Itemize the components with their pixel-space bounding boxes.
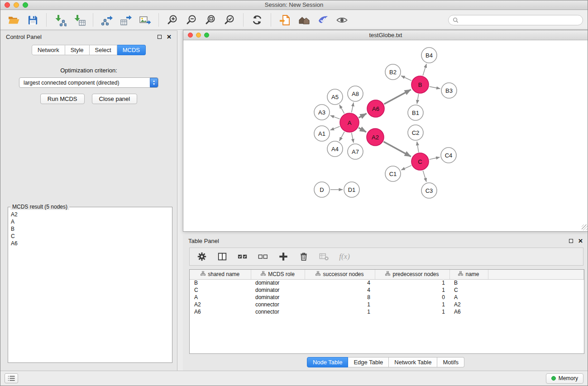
- edge-A-A3[interactable]: [330, 115, 340, 119]
- node-B3[interactable]: B3: [441, 83, 457, 98]
- edge-A-A4[interactable]: [339, 132, 344, 141]
- delete-table-button[interactable]: [318, 251, 330, 262]
- table-settings-button[interactable]: [196, 251, 208, 262]
- node-A8[interactable]: A8: [348, 86, 363, 101]
- zoom-fit-button[interactable]: [202, 12, 219, 28]
- close-table-panel-icon[interactable]: ✕: [578, 238, 583, 244]
- edge-C-C4[interactable]: [430, 157, 440, 159]
- network-zoom-button[interactable]: [204, 33, 209, 38]
- export-table-button[interactable]: [117, 12, 134, 28]
- export-image-button[interactable]: [136, 12, 153, 28]
- zoom-selected-button[interactable]: [221, 12, 238, 28]
- mcds-result-item[interactable]: A6: [11, 240, 169, 247]
- tab-edge-table[interactable]: Edge Table: [348, 357, 389, 367]
- node-C4[interactable]: C4: [441, 148, 456, 163]
- tab-mcds[interactable]: MCDS: [117, 45, 146, 55]
- criterion-dropdown[interactable]: largest connected component (directed) ▲…: [19, 77, 158, 88]
- zoom-in-button[interactable]: [164, 12, 181, 28]
- node-B4[interactable]: B4: [421, 48, 437, 63]
- open-network-file-button[interactable]: [276, 12, 293, 28]
- node-D1[interactable]: D1: [344, 182, 359, 197]
- edge-B-B4[interactable]: [423, 64, 426, 76]
- edge-B-B3[interactable]: [430, 86, 440, 89]
- table-row[interactable]: A2connector11A2: [190, 301, 584, 308]
- network-window-titlebar[interactable]: testGlobe.txt: [183, 30, 588, 40]
- zoom-out-button[interactable]: [183, 12, 200, 28]
- select-all-button[interactable]: [237, 251, 249, 262]
- open-folder-button[interactable]: [5, 12, 22, 28]
- tab-network[interactable]: Network: [32, 45, 65, 55]
- tab-style[interactable]: Style: [65, 45, 90, 55]
- delete-button[interactable]: [298, 251, 310, 262]
- node-B[interactable]: B: [411, 76, 429, 93]
- network-view-window[interactable]: testGlobe.txt B4B2BB3A8A5A6A3B1AC2A1A2A4…: [183, 30, 588, 232]
- edge-A6-B[interactable]: [384, 90, 411, 104]
- column-header-successor-nodes[interactable]: successor nodes: [305, 270, 375, 279]
- mcds-result-item[interactable]: A: [11, 218, 169, 225]
- float-table-panel-icon[interactable]: [569, 239, 573, 243]
- node-C1[interactable]: C1: [385, 166, 401, 181]
- tab-node-table[interactable]: Node Table: [307, 357, 349, 367]
- add-column-button[interactable]: [277, 251, 289, 262]
- tab-select[interactable]: Select: [90, 45, 117, 55]
- node-A4[interactable]: A4: [327, 141, 343, 157]
- tab-motifs[interactable]: Motifs: [437, 357, 464, 367]
- import-network-button[interactable]: [52, 12, 69, 28]
- table-row[interactable]: Bdominator41B: [190, 279, 584, 286]
- close-window-button[interactable]: [5, 2, 10, 8]
- column-header-mcds-role[interactable]: MCDS role: [251, 270, 305, 279]
- edge-A-A5[interactable]: [339, 105, 344, 114]
- refresh-button[interactable]: [249, 12, 266, 28]
- edge-A-A6[interactable]: [359, 114, 366, 118]
- minimize-window-button[interactable]: [14, 2, 19, 8]
- function-builder-button[interactable]: f(x): [339, 251, 350, 262]
- edge-B-B2[interactable]: [401, 76, 411, 81]
- save-button[interactable]: [24, 12, 41, 28]
- node-B2[interactable]: B2: [385, 64, 401, 80]
- search-input[interactable]: [461, 17, 578, 23]
- node-C2[interactable]: C2: [408, 125, 423, 140]
- memory-button[interactable]: Memory: [546, 373, 583, 384]
- resize-handle[interactable]: [582, 224, 588, 230]
- node-A3[interactable]: A3: [314, 105, 330, 120]
- mcds-result-item[interactable]: B: [11, 225, 169, 233]
- show-graphics-button[interactable]: [333, 12, 350, 28]
- edge-A-A8[interactable]: [352, 103, 354, 113]
- mcds-result-item[interactable]: A2: [11, 211, 169, 218]
- edge-A-A2[interactable]: [359, 128, 366, 132]
- zoom-window-button[interactable]: [23, 2, 28, 8]
- column-visibility-button[interactable]: [216, 251, 228, 262]
- network-canvas[interactable]: B4B2BB3A8A5A6A3B1AC2A1A2A4A7C4CC1DD1C3: [183, 40, 588, 231]
- node-A6[interactable]: A6: [367, 100, 384, 117]
- network-close-button[interactable]: [188, 33, 193, 38]
- edge-C-C2[interactable]: [417, 142, 419, 152]
- node-B1[interactable]: B1: [408, 105, 423, 120]
- float-panel-icon[interactable]: [158, 35, 162, 39]
- home-button[interactable]: [295, 12, 312, 28]
- table-row[interactable]: A6connector11A6: [190, 308, 584, 315]
- edge-A2-C[interactable]: [383, 142, 411, 157]
- edge-A-A7[interactable]: [352, 133, 354, 143]
- column-header-shared-name[interactable]: shared name: [190, 270, 251, 279]
- deselect-all-button[interactable]: [257, 251, 269, 262]
- node-A[interactable]: A: [340, 113, 359, 132]
- edge-A-A1[interactable]: [330, 126, 340, 130]
- search-box[interactable]: [448, 15, 583, 25]
- close-panel-icon[interactable]: ✕: [167, 34, 172, 40]
- column-header-predecessor-nodes[interactable]: predecessor nodes: [375, 270, 449, 279]
- node-table-container[interactable]: shared nameMCDS rolesuccessor nodesprede…: [189, 269, 584, 354]
- network-minimize-button[interactable]: [196, 33, 201, 38]
- column-header-name[interactable]: name: [449, 270, 488, 279]
- export-network-button[interactable]: [98, 12, 115, 28]
- table-row[interactable]: Adominator80A: [190, 294, 584, 301]
- edge-B-B1[interactable]: [417, 94, 419, 104]
- window-titlebar[interactable]: Session: New Session: [0, 0, 588, 10]
- mcds-result-item[interactable]: C: [11, 233, 169, 240]
- edge-C-C3[interactable]: [423, 171, 426, 182]
- node-A1[interactable]: A1: [314, 126, 330, 141]
- node-A7[interactable]: A7: [348, 144, 363, 159]
- node-D[interactable]: D: [314, 182, 330, 197]
- task-history-button[interactable]: [5, 373, 18, 383]
- network-graph[interactable]: B4B2BB3A8A5A6A3B1AC2A1A2A4A7C4CC1DD1C3: [183, 40, 588, 231]
- close-panel-button[interactable]: Close panel: [92, 94, 138, 104]
